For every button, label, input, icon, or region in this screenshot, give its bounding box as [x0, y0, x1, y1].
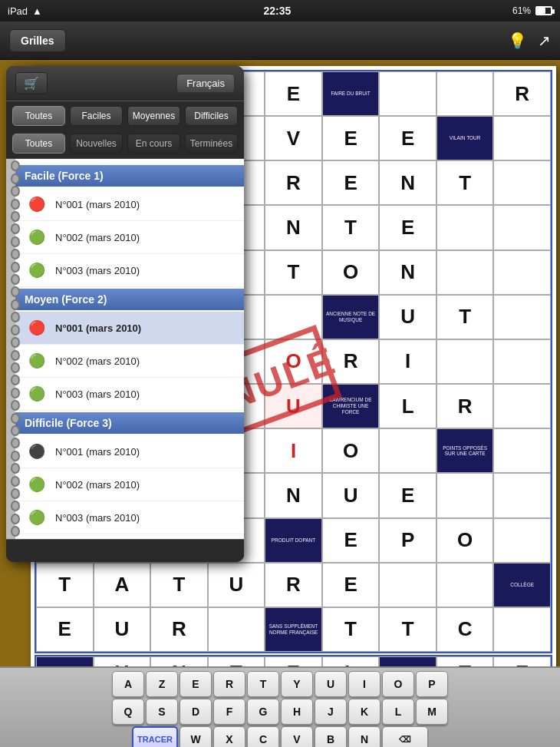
cw-letter[interactable]: O [436, 518, 494, 563]
cw-letter[interactable]: T [379, 607, 436, 652]
key-g[interactable]: G [247, 699, 279, 725]
cw-letter[interactable]: R [265, 563, 322, 607]
cw-letter[interactable] [436, 71, 494, 116]
cw-letter[interactable]: C [436, 607, 494, 652]
cw-letter[interactable]: P [379, 518, 436, 563]
key-y[interactable]: Y [281, 671, 313, 697]
hint-icon[interactable]: 💡 [508, 31, 527, 50]
key-o[interactable]: O [382, 671, 414, 697]
cw-letter[interactable] [436, 250, 494, 295]
cw-letter[interactable]: N [265, 205, 322, 250]
filter-terminees[interactable]: Terminées [185, 134, 238, 154]
cw-letter-stamped[interactable]: I [265, 428, 322, 473]
cw-letter[interactable] [493, 607, 551, 652]
key-n[interactable]: N [348, 726, 380, 747]
key-a[interactable]: A [112, 671, 144, 697]
cw-letter-stamped[interactable]: O [265, 339, 322, 384]
cw-letter[interactable]: E [379, 473, 436, 517]
key-u[interactable]: U [315, 671, 347, 697]
key-d[interactable]: D [180, 699, 212, 725]
cw-letter[interactable] [493, 518, 551, 563]
key-v[interactable]: V [281, 726, 313, 747]
cw-letter[interactable] [493, 295, 551, 339]
cw-letter[interactable] [493, 428, 551, 473]
key-c[interactable]: C [247, 726, 279, 747]
filter-faciles[interactable]: Faciles [70, 106, 123, 126]
cw-letter[interactable]: E [322, 563, 380, 607]
cw-letter[interactable]: T [322, 205, 380, 250]
cw-letter[interactable]: T [322, 607, 380, 652]
cart-button[interactable]: 🛒 [15, 72, 48, 94]
filter-difficiles[interactable]: Difficiles [185, 106, 238, 126]
key-w[interactable]: W [180, 726, 212, 747]
key-f[interactable]: F [213, 699, 245, 725]
cw-letter[interactable] [436, 563, 494, 607]
list-item[interactable]: 🟢 N°002 (mars 2010) [15, 345, 244, 378]
cw-letter[interactable]: R [322, 339, 380, 384]
key-j[interactable]: J [315, 699, 347, 725]
grilles-button[interactable]: Grilles [9, 29, 66, 52]
key-k[interactable]: K [348, 699, 380, 725]
key-x[interactable]: X [213, 726, 245, 747]
language-button[interactable]: Français [176, 74, 235, 93]
cw-letter[interactable] [208, 607, 265, 652]
cw-letter[interactable] [493, 116, 551, 160]
cw-letter[interactable]: E [265, 71, 322, 116]
list-item[interactable]: 🟢 N°003 (mars 2010) [15, 378, 244, 411]
cw-letter[interactable]: R [493, 71, 551, 116]
key-r[interactable]: R [213, 671, 245, 697]
cw-letter[interactable]: R [436, 384, 494, 428]
cw-letter[interactable] [493, 250, 551, 295]
key-i[interactable]: I [348, 671, 380, 697]
cw-letter[interactable]: O [322, 428, 380, 473]
cw-letter[interactable]: T [265, 250, 322, 295]
cw-letter[interactable]: E [322, 518, 380, 563]
cw-letter[interactable] [436, 339, 494, 384]
filter-en-cours[interactable]: En cours [127, 134, 180, 154]
key-m[interactable]: M [416, 699, 448, 725]
list-item[interactable]: 🟢 N°003 (mars 2010) [15, 501, 244, 534]
cw-letter[interactable]: N [265, 473, 322, 517]
cw-letter[interactable]: R [150, 607, 208, 652]
filter-toutes-difficulty[interactable]: Toutes [12, 106, 65, 126]
cw-letter[interactable] [493, 160, 551, 205]
cw-letter[interactable]: T [436, 295, 494, 339]
filter-nouvelles[interactable]: Nouvelles [70, 134, 123, 154]
key-s[interactable]: S [146, 699, 178, 725]
cw-letter[interactable]: V [265, 116, 322, 160]
key-e[interactable]: E [180, 671, 212, 697]
cw-letter[interactable]: R [265, 160, 322, 205]
cw-letter[interactable]: E [322, 160, 380, 205]
cw-letter[interactable]: U [208, 563, 265, 607]
cw-letter[interactable] [493, 473, 551, 517]
cw-letter[interactable]: U [94, 607, 151, 652]
cw-letter[interactable] [493, 339, 551, 384]
cw-letter[interactable]: T [36, 563, 94, 607]
key-tracer[interactable]: TRACER [132, 726, 178, 747]
key-p[interactable]: P [416, 671, 448, 697]
list-item[interactable]: 🔴 N°001 (mars 2010) [15, 188, 244, 221]
filter-toutes-status[interactable]: Toutes [12, 134, 65, 154]
list-item[interactable]: 🟢 N°003 (mars 2010) [15, 254, 244, 287]
filter-moyennes[interactable]: Moyennes [127, 106, 180, 126]
cw-letter[interactable]: O [322, 250, 380, 295]
list-item[interactable]: ⚫ N°001 (mars 2010) [15, 435, 244, 468]
cw-letter[interactable]: T [436, 160, 494, 205]
cw-letter[interactable] [265, 295, 322, 339]
key-l[interactable]: L [382, 699, 414, 725]
key-q[interactable]: Q [112, 699, 144, 725]
key-h[interactable]: H [281, 699, 313, 725]
cw-letter[interactable] [436, 205, 494, 250]
cw-letter-stamped[interactable]: U [265, 384, 322, 428]
cw-letter[interactable]: I [379, 339, 436, 384]
list-item[interactable]: 🟢 N°002 (mars 2010) [15, 221, 244, 254]
cw-letter[interactable]: L [379, 384, 436, 428]
share-icon[interactable]: ↗ [538, 31, 551, 50]
cw-letter[interactable]: T [150, 563, 208, 607]
cw-letter[interactable] [379, 428, 436, 473]
cw-letter[interactable]: E [379, 116, 436, 160]
key-t[interactable]: T [247, 671, 279, 697]
cw-letter[interactable]: A [94, 563, 151, 607]
cw-letter[interactable]: U [322, 473, 380, 517]
cw-letter[interactable]: E [379, 205, 436, 250]
